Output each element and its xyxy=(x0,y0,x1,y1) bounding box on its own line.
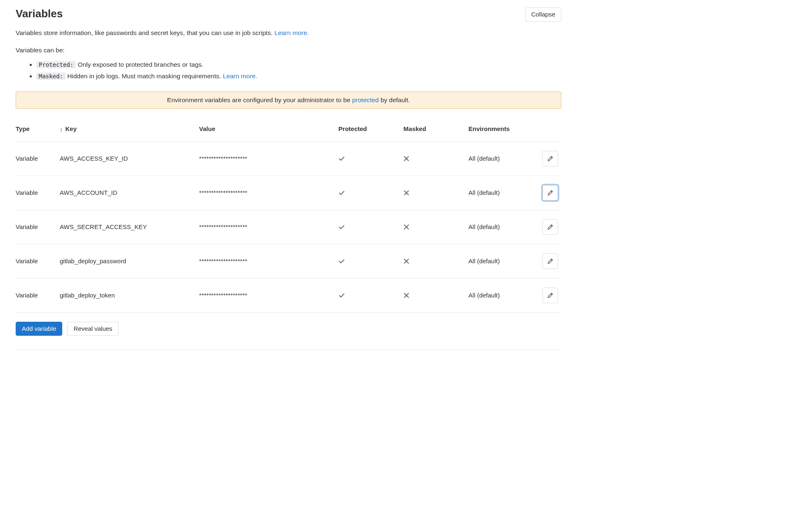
protected-description: Only exposed to protected branches or ta… xyxy=(76,61,203,68)
alert-suffix: by default. xyxy=(379,96,410,103)
pencil-icon xyxy=(547,155,554,162)
masked-tag: Masked: xyxy=(36,73,66,80)
table-row: Variablegitlab_deploy_password**********… xyxy=(16,244,561,278)
cell-type: Variable xyxy=(16,278,60,312)
variables-table: Type ↑Key Value Protected Masked Environ… xyxy=(16,119,561,313)
cell-environments: All (default) xyxy=(469,210,538,244)
masked-description: Hidden in job logs. Must match masking r… xyxy=(66,73,223,80)
col-header-masked[interactable]: Masked xyxy=(404,119,469,141)
table-row: VariableAWS_SECRET_ACCESS_KEY***********… xyxy=(16,210,561,244)
protected-default-alert: Environment variables are configured by … xyxy=(16,91,561,109)
cross-icon xyxy=(404,258,409,264)
cell-type: Variable xyxy=(16,244,60,278)
collapse-button[interactable]: Collapse xyxy=(525,7,561,22)
cell-key: AWS_ACCOUNT_ID xyxy=(60,175,199,210)
cell-actions xyxy=(538,175,561,210)
edit-variable-button[interactable] xyxy=(542,288,558,303)
masked-learn-more-link[interactable]: Learn more. xyxy=(223,73,258,80)
cell-value: ******************** xyxy=(199,141,338,175)
alert-prefix: Environment variables are configured by … xyxy=(167,96,352,103)
cell-protected xyxy=(338,278,404,312)
col-header-value[interactable]: Value xyxy=(199,119,338,141)
check-icon xyxy=(338,292,345,299)
col-header-protected[interactable]: Protected xyxy=(338,119,404,141)
cell-type: Variable xyxy=(16,210,60,244)
edit-variable-button[interactable] xyxy=(542,253,558,269)
list-item: Masked: Hidden in job logs. Must match m… xyxy=(36,71,561,81)
pencil-icon xyxy=(547,189,554,196)
check-icon xyxy=(338,155,345,162)
cell-actions xyxy=(538,141,561,175)
cell-protected xyxy=(338,141,404,175)
variable-types-list: Protected: Only exposed to protected bra… xyxy=(16,60,561,81)
list-item: Protected: Only exposed to protected bra… xyxy=(36,60,561,69)
check-icon xyxy=(338,189,345,196)
cell-environments: All (default) xyxy=(469,278,538,312)
cell-value: ******************** xyxy=(199,244,338,278)
section-description: Variables store information, like passwo… xyxy=(16,28,561,37)
cell-type: Variable xyxy=(16,175,60,210)
edit-variable-button[interactable] xyxy=(542,219,558,235)
protected-tag: Protected: xyxy=(36,61,76,68)
cell-environments: All (default) xyxy=(469,175,538,210)
learn-more-link[interactable]: Learn more. xyxy=(275,29,309,36)
col-header-key[interactable]: ↑Key xyxy=(60,119,199,141)
cell-protected xyxy=(338,210,404,244)
cross-icon xyxy=(404,224,409,230)
col-header-environments[interactable]: Environments xyxy=(469,119,538,141)
cell-key: gitlab_deploy_token xyxy=(60,278,199,312)
table-row: Variablegitlab_deploy_token*************… xyxy=(16,278,561,312)
cell-value: ******************** xyxy=(199,175,338,210)
cell-environments: All (default) xyxy=(469,141,538,175)
table-row: VariableAWS_ACCESS_KEY_ID***************… xyxy=(16,141,561,175)
description-text: Variables store information, like passwo… xyxy=(16,29,275,36)
cell-key: gitlab_deploy_password xyxy=(60,244,199,278)
cell-value: ******************** xyxy=(199,210,338,244)
cell-masked xyxy=(404,175,469,210)
sort-arrow-up-icon: ↑ xyxy=(60,126,63,133)
cell-actions xyxy=(538,278,561,312)
divider xyxy=(16,350,561,350)
cell-type: Variable xyxy=(16,141,60,175)
pencil-icon xyxy=(547,292,554,299)
edit-variable-button[interactable] xyxy=(542,185,558,201)
section-title: Variables xyxy=(16,7,63,20)
cross-icon xyxy=(404,190,409,196)
table-row: VariableAWS_ACCOUNT_ID******************… xyxy=(16,175,561,210)
cell-key: AWS_SECRET_ACCESS_KEY xyxy=(60,210,199,244)
cell-masked xyxy=(404,210,469,244)
sub-description: Variables can be: xyxy=(16,47,561,54)
cell-masked xyxy=(404,141,469,175)
pencil-icon xyxy=(547,224,554,230)
reveal-values-button[interactable]: Reveal values xyxy=(67,322,118,336)
cell-masked xyxy=(404,244,469,278)
cell-actions xyxy=(538,210,561,244)
cross-icon xyxy=(404,292,409,298)
col-header-type[interactable]: Type xyxy=(16,119,60,141)
cell-protected xyxy=(338,175,404,210)
check-icon xyxy=(338,224,345,230)
col-header-actions xyxy=(538,119,561,141)
cell-masked xyxy=(404,278,469,312)
cross-icon xyxy=(404,156,409,161)
cell-key: AWS_ACCESS_KEY_ID xyxy=(60,141,199,175)
edit-variable-button[interactable] xyxy=(542,151,558,166)
cell-environments: All (default) xyxy=(469,244,538,278)
col-header-key-label: Key xyxy=(66,125,77,132)
check-icon xyxy=(338,258,345,264)
cell-actions xyxy=(538,244,561,278)
add-variable-button[interactable]: Add variable xyxy=(16,322,62,336)
cell-protected xyxy=(338,244,404,278)
pencil-icon xyxy=(547,258,554,264)
alert-protected-link[interactable]: protected xyxy=(352,96,379,103)
cell-value: ******************** xyxy=(199,278,338,312)
